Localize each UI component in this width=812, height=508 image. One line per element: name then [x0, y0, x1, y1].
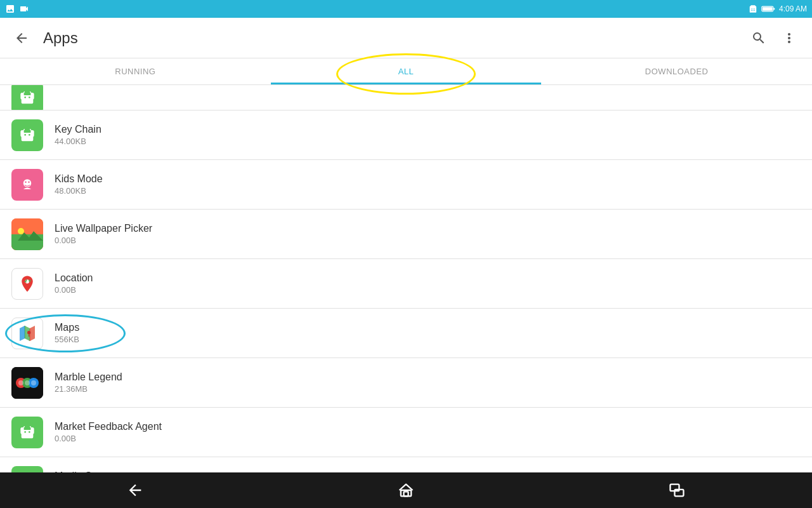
app-name: Key Chain — [55, 124, 802, 135]
app-name: Live Wallpaper Picker — [55, 223, 802, 234]
list-item[interactable]: Kids Mode 48.00KB — [0, 160, 812, 210]
app-name: Marble Legend — [55, 371, 802, 383]
toolbar-actions — [746, 25, 802, 51]
svg-point-10 — [29, 134, 30, 136]
app-icon — [11, 85, 43, 110]
svg-point-15 — [28, 181, 30, 183]
list-item-maps[interactable]: Maps 556KB — [0, 309, 812, 358]
app-info: Key Chain 44.00KB — [55, 124, 802, 146]
app-info: Maps 556KB — [55, 322, 802, 344]
wallpaper-icon-svg — [11, 218, 43, 250]
app-name: Location — [55, 272, 802, 284]
nav-home-button[interactable] — [381, 478, 431, 503]
svg-rect-1 — [763, 7, 773, 11]
svg-point-4 — [24, 97, 26, 98]
app-size: 48.00KB — [55, 186, 802, 196]
app-icon-container — [10, 415, 44, 450]
kids-mode-icon — [11, 169, 43, 201]
tab-all[interactable]: ALL — [271, 58, 542, 84]
app-icon-container — [10, 118, 44, 152]
search-button[interactable] — [746, 25, 771, 51]
battery-icon — [761, 4, 775, 13]
app-info: Live Wallpaper Picker 0.00B — [55, 223, 802, 245]
key-chain-icon — [11, 119, 43, 151]
status-time: 4:09 AM — [779, 4, 807, 13]
svg-point-18 — [18, 228, 24, 234]
svg-rect-8 — [22, 133, 34, 141]
maps-icon-svg — [17, 323, 37, 344]
svg-marker-22 — [30, 326, 35, 341]
app-info: Marble Legend 21.36MB — [55, 371, 802, 394]
status-left-icons — [5, 4, 29, 14]
svg-rect-3 — [22, 95, 34, 104]
app-size: 44.00KB — [55, 137, 802, 146]
location-icon — [11, 268, 43, 300]
app-name: Maps — [55, 322, 802, 333]
app-size: 0.00B — [55, 434, 802, 443]
svg-point-34 — [29, 431, 30, 433]
list-item[interactable]: Location 0.00B — [0, 259, 812, 309]
nav-recents-button[interactable] — [652, 478, 702, 503]
app-icon-container — [10, 316, 44, 351]
maps-icon — [11, 318, 43, 349]
tab-downloaded[interactable]: DOWNLOADED — [541, 58, 812, 84]
location-icon-svg — [18, 274, 37, 293]
back-button[interactable] — [10, 27, 33, 50]
app-icon-container — [10, 366, 44, 400]
svg-marker-23 — [20, 326, 25, 341]
svg-rect-48 — [403, 491, 408, 496]
kids-icon-svg — [18, 175, 37, 194]
list-item[interactable]: Market Feedback Agent 0.00B — [0, 408, 812, 457]
svg-point-33 — [24, 431, 26, 433]
app-bar: Apps — [0, 18, 812, 58]
app-name: Kids Mode — [55, 173, 802, 185]
app-size: 556KB — [55, 335, 802, 344]
android-icon-svg — [17, 125, 37, 145]
app-size: 0.00B — [55, 285, 802, 295]
list-item[interactable]: Live Wallpaper Picker 0.00B — [0, 210, 812, 259]
app-icon-container — [10, 168, 44, 202]
nav-back-icon — [126, 481, 144, 499]
more-vert-icon — [782, 30, 797, 46]
status-bar: 4:09 AM — [0, 0, 812, 18]
svg-rect-32 — [22, 430, 34, 438]
android-icon2-svg — [17, 422, 37, 443]
status-right-icons: 4:09 AM — [749, 4, 807, 13]
app-name: Market Feedback Agent — [55, 421, 802, 432]
nav-back-button[interactable] — [110, 478, 160, 503]
svg-point-14 — [25, 181, 27, 183]
list-item-partial[interactable] — [0, 85, 812, 110]
back-arrow-icon — [14, 30, 29, 46]
app-size: 21.36MB — [55, 384, 802, 394]
tab-bar: RUNNING ALL DOWNLOADED — [0, 58, 812, 85]
svg-point-5 — [29, 97, 30, 98]
marble-icon-svg — [11, 367, 43, 399]
app-icon-container — [10, 267, 44, 301]
nav-home-icon — [397, 481, 415, 499]
app-info: Kids Mode 48.00KB — [55, 173, 802, 196]
list-item[interactable]: Key Chain 44.00KB — [0, 110, 812, 160]
list-item[interactable]: Marble Legend 21.36MB — [0, 358, 812, 408]
app-size: 0.00B — [55, 236, 802, 245]
app-info: Market Feedback Agent 0.00B — [55, 421, 802, 443]
android-logo-icon — [17, 88, 37, 108]
app-icon-container — [10, 85, 44, 110]
bottom-nav — [0, 472, 812, 508]
app-icon-container — [10, 217, 44, 251]
svg-point-31 — [31, 380, 36, 385]
app-list: Key Chain 44.00KB Kids Mode 48.00KB — [0, 85, 812, 483]
search-icon — [751, 30, 766, 46]
svg-point-29 — [18, 380, 23, 385]
wallpaper-icon — [11, 218, 43, 250]
app-info: Location 0.00B — [55, 272, 802, 295]
tab-indicator — [271, 83, 542, 84]
svg-rect-2 — [773, 8, 775, 10]
page-title: Apps — [43, 29, 746, 47]
svg-point-30 — [25, 380, 30, 385]
svg-point-19 — [29, 279, 31, 282]
nav-recents-icon — [668, 481, 686, 499]
photo-icon — [5, 4, 15, 14]
more-options-button[interactable] — [776, 25, 802, 51]
svg-point-9 — [24, 134, 26, 136]
tab-running[interactable]: RUNNING — [0, 58, 271, 84]
